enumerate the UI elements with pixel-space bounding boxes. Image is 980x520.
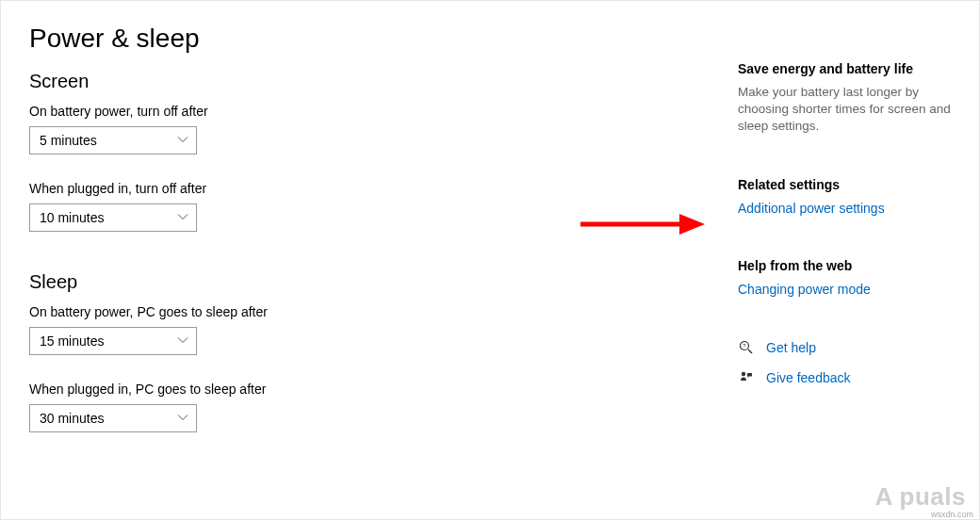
give-feedback-row[interactable]: Give feedback: [738, 369, 968, 386]
get-help-link: Get help: [766, 340, 816, 355]
main-content: Power & sleep Screen On battery power, t…: [1, 1, 738, 519]
give-feedback-link: Give feedback: [766, 370, 851, 385]
attribution: wsxdn.com: [931, 510, 973, 519]
chevron-down-icon: [177, 210, 188, 225]
sidebar: Save energy and battery life Make your b…: [738, 1, 979, 519]
sleep-battery-dropdown[interactable]: 15 minutes: [29, 327, 197, 355]
screen-battery-setting: On battery power, turn off after 5 minut…: [29, 104, 738, 154]
chevron-down-icon: [177, 333, 188, 349]
screen-battery-dropdown[interactable]: 5 minutes: [29, 126, 197, 154]
screen-plugged-label: When plugged in, turn off after: [29, 181, 738, 196]
sleep-battery-setting: On battery power, PC goes to sleep after…: [29, 304, 738, 355]
screen-plugged-dropdown[interactable]: 10 minutes: [29, 203, 197, 232]
save-energy-heading: Save energy and battery life: [738, 61, 968, 76]
related-settings-section: Related settings Additional power settin…: [738, 177, 968, 217]
svg-point-2: [742, 371, 745, 375]
feedback-icon: [738, 369, 755, 386]
get-help-row[interactable]: ? Get help: [738, 339, 968, 356]
sleep-section-title: Sleep: [29, 271, 738, 293]
related-settings-heading: Related settings: [738, 177, 968, 192]
chevron-down-icon: [177, 133, 188, 148]
sleep-plugged-dropdown[interactable]: 30 minutes: [29, 404, 197, 432]
svg-rect-3: [747, 373, 752, 377]
watermark: A puals: [875, 482, 966, 512]
screen-section-title: Screen: [29, 71, 738, 92]
sleep-plugged-label: When plugged in, PC goes to sleep after: [29, 382, 738, 397]
save-energy-section: Save energy and battery life Make your b…: [738, 61, 968, 136]
sleep-plugged-setting: When plugged in, PC goes to sleep after …: [29, 382, 738, 432]
sleep-plugged-value: 30 minutes: [40, 411, 104, 426]
help-from-web-heading: Help from the web: [738, 258, 968, 273]
changing-power-mode-link[interactable]: Changing power mode: [738, 282, 871, 297]
support-links-section: ? Get help Give feedback: [738, 339, 968, 386]
save-energy-text: Make your battery last longer by choosin…: [738, 84, 968, 136]
screen-plugged-setting: When plugged in, turn off after 10 minut…: [29, 181, 738, 232]
sleep-battery-value: 15 minutes: [40, 333, 104, 349]
help-icon: ?: [738, 339, 755, 356]
sleep-section: Sleep On battery power, PC goes to sleep…: [29, 271, 738, 432]
sleep-battery-label: On battery power, PC goes to sleep after: [29, 304, 738, 319]
additional-power-settings-link[interactable]: Additional power settings: [738, 201, 885, 216]
help-from-web-section: Help from the web Changing power mode: [738, 258, 968, 298]
screen-plugged-value: 10 minutes: [40, 210, 104, 225]
svg-text:?: ?: [743, 343, 746, 349]
screen-battery-value: 5 minutes: [40, 133, 97, 148]
chevron-down-icon: [177, 411, 188, 426]
page-title: Power & sleep: [29, 24, 738, 54]
screen-battery-label: On battery power, turn off after: [29, 104, 738, 119]
